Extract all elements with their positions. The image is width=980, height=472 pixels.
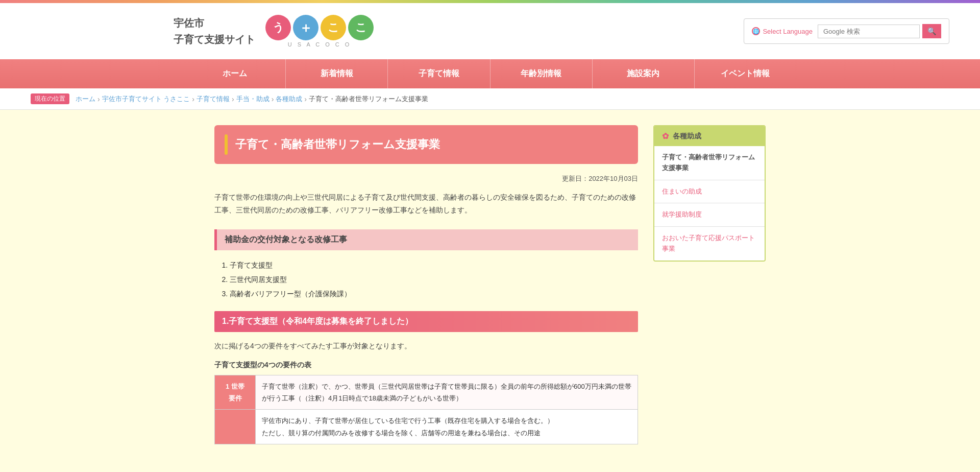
logo-circle-c: こ <box>348 15 374 40</box>
content-area: 子育て・高齢者世帯リフォーム支援事業 更新日：2022年10月03日 子育て世帯… <box>184 110 796 470</box>
search-box: 🔍 <box>818 24 941 38</box>
list-item-1: 子育て支援型 <box>230 258 638 272</box>
sidebar-heading-text: 各種助成 <box>673 132 701 141</box>
page-heading: 子育て・高齢者世帯リフォーム支援事業 <box>214 125 638 164</box>
logo-circle-u: う <box>265 15 291 40</box>
breadcrumb-sep-1: › <box>97 95 100 103</box>
sidebar-item-1: 子育て・高齢者世帯リフォーム支援事業 <box>654 146 765 180</box>
header-left: 宇佐市 子育て支援サイト う ＋ こ こ U S A C O C O <box>174 15 374 48</box>
nav-item-events[interactable]: イベント情報 <box>695 59 796 88</box>
header: 宇佐市 子育て支援サイト う ＋ こ こ U S A C O C O 🌐 Sel… <box>0 3 980 59</box>
breadcrumb-various[interactable]: 各種助成 <box>276 95 302 104</box>
nav-item-news[interactable]: 新着情報 <box>286 59 388 88</box>
requirements-table: 1 世帯 要件 子育て世帯（注釈）で、かつ、世帯員（三世代同居世帯は子育て世帯員… <box>214 375 638 445</box>
breadcrumb-sep-3: › <box>232 95 234 103</box>
row-content-2: 宇佐市内にあり、子育て世帯が居住している住宅で行う工事（既存住宅を購入する場合を… <box>256 410 638 444</box>
heading-accent <box>225 134 228 155</box>
nav-item-age[interactable]: 年齢別情報 <box>491 59 593 88</box>
search-button[interactable]: 🔍 <box>922 24 941 38</box>
sidebar-link-3[interactable]: 就学援助制度 <box>654 203 765 226</box>
sidebar-item-4: おおいた子育て応援パスポート事業 <box>654 227 765 261</box>
update-date: 更新日：2022年10月03日 <box>214 174 638 183</box>
sidebar-link-1[interactable]: 子育て・高齢者世帯リフォーム支援事業 <box>654 146 765 180</box>
section2-intro: 次に掲げる4つの要件をすべてみたす工事が対象となります。 <box>214 340 638 352</box>
breadcrumb-home[interactable]: ホーム <box>76 95 95 104</box>
section1-heading: 補助金の交付対象となる改修工事 <box>214 229 638 250</box>
section1-list: 子育て支援型 三世代同居支援型 高齢者バリアフリー型（介護保険課） <box>214 258 638 301</box>
sidebar-box: ✿ 各種助成 子育て・高齢者世帯リフォーム支援事業 住まいの助成 就学援助制度 … <box>653 125 766 262</box>
breadcrumb-current: 子育て・高齢者世帯リフォーム支援事業 <box>309 95 428 104</box>
breadcrumb-sep-2: › <box>192 95 194 103</box>
site-title: 宇佐市 子育て支援サイト <box>174 15 255 48</box>
logo-wrap: う ＋ こ こ U S A C O C O <box>265 15 374 48</box>
nav-item-home[interactable]: ホーム <box>184 59 286 88</box>
breadcrumb-site[interactable]: 宇佐市子育てサイト うさここ <box>102 95 190 104</box>
row-header-2 <box>215 410 256 444</box>
sidebar-link-2[interactable]: 住まいの助成 <box>654 180 765 203</box>
main-nav: ホーム 新着情報 子育て情報 年齢別情報 施設案内 イベント情報 <box>0 59 980 88</box>
breadcrumb: 現在の位置 ホーム › 宇佐市子育てサイト うさここ › 子育て情報 › 手当・… <box>31 93 949 104</box>
breadcrumb-sep-5: › <box>304 95 307 103</box>
select-language-label: Select Language <box>763 28 813 35</box>
star-icon: ✿ <box>662 131 669 141</box>
table-row: 1 世帯 要件 子育て世帯（注釈）で、かつ、世帯員（三世代同居世帯は子育て世帯員… <box>215 375 638 410</box>
header-right: 🌐 Select Language 🔍 <box>744 18 949 44</box>
breadcrumb-label: 現在の位置 <box>31 93 69 104</box>
list-item-3: 高齢者バリアフリー型（介護保険課） <box>230 287 638 301</box>
nav-inner: ホーム 新着情報 子育て情報 年齢別情報 施設案内 イベント情報 <box>184 59 796 88</box>
sidebar-item-3: 就学援助制度 <box>654 203 765 227</box>
table-row-2: 宇佐市内にあり、子育て世帯が居住している住宅で行う工事（既存住宅を購入する場合を… <box>215 410 638 444</box>
breadcrumb-allowance[interactable]: 手当・助成 <box>236 95 270 104</box>
logo-circles: う ＋ こ こ <box>265 15 374 40</box>
sidebar-link-4[interactable]: おおいた子育て応援パスポート事業 <box>654 227 765 261</box>
main-content: 子育て・高齢者世帯リフォーム支援事業 更新日：2022年10月03日 子育て世帯… <box>214 125 638 455</box>
intro-text: 子育て世帯の住環境の向上や三世代同居による子育て及び世代間支援、高齢者の暮らしの… <box>214 191 638 217</box>
section2-heading: 1.子育て支援型（令和4年度は募集を終了しました） <box>214 311 638 332</box>
row-header-1: 1 世帯 要件 <box>215 375 256 410</box>
page-title: 子育て・高齢者世帯リフォーム支援事業 <box>235 137 440 152</box>
sidebar-item-2: 住まいの助成 <box>654 180 765 204</box>
sidebar: ✿ 各種助成 子育て・高齢者世帯リフォーム支援事業 住まいの助成 就学援助制度 … <box>653 125 766 455</box>
sidebar-list: 子育て・高齢者世帯リフォーム支援事業 住まいの助成 就学援助制度 おおいた子育て… <box>654 146 765 261</box>
breadcrumb-sep-4: › <box>272 95 274 103</box>
breadcrumb-bar: 現在の位置 ホーム › 宇佐市子育てサイト うさここ › 子育て情報 › 手当・… <box>0 88 980 110</box>
search-input[interactable] <box>818 25 920 38</box>
sidebar-heading: ✿ 各種助成 <box>654 126 765 146</box>
logo-circle-a: こ <box>321 15 346 40</box>
logo-circle-s: ＋ <box>293 15 318 40</box>
select-language-button[interactable]: 🌐 Select Language <box>752 27 813 35</box>
list-item-2: 三世代同居支援型 <box>230 272 638 287</box>
table-title: 子育て支援型の4つの要件の表 <box>214 361 638 370</box>
row-content-1: 子育て世帯（注釈）で、かつ、世帯員（三世代同居世帯は子育て世帯員に限る）全員の前… <box>256 375 638 410</box>
globe-icon: 🌐 <box>752 27 760 35</box>
nav-item-childcare[interactable]: 子育て情報 <box>388 59 490 88</box>
logo-subtext: U S A C O C O <box>288 41 352 48</box>
breadcrumb-childcare[interactable]: 子育て情報 <box>197 95 230 104</box>
page-wrapper: 現在の位置 ホーム › 宇佐市子育てサイト うさここ › 子育て情報 › 手当・… <box>0 88 980 472</box>
nav-item-facilities[interactable]: 施設案内 <box>593 59 695 88</box>
